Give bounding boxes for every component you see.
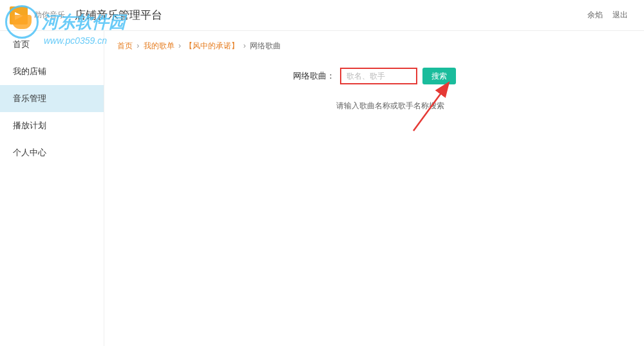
hint-text: 请输入歌曲名称或歌手名称搜索: [149, 101, 631, 111]
sidebar-item-label: 音乐管理: [13, 93, 46, 103]
container: 首页 我的店铺 音乐管理 播放计划 个人中心 首页 › 我的歌单 › 【风中的承…: [0, 31, 644, 346]
breadcrumb-album[interactable]: 【风中的承诺】: [185, 41, 239, 50]
search-button[interactable]: 搜索: [422, 68, 456, 84]
sidebar-item-label: 首页: [13, 39, 30, 49]
logo-icon: ▶: [10, 6, 28, 24]
breadcrumb-home[interactable]: 首页: [117, 41, 133, 50]
search-input[interactable]: [340, 68, 417, 84]
breadcrumb-separator: ›: [137, 41, 139, 50]
header: ▶ 助你音乐 店铺音乐管理平台 余焰 退出: [0, 0, 644, 31]
search-section: 网络歌曲： 搜索: [117, 68, 631, 84]
user-name[interactable]: 余焰: [587, 10, 603, 21]
main-content: 首页 › 我的歌单 › 【风中的承诺】 › 网络歌曲 网络歌曲： 搜索 请输入歌…: [104, 31, 644, 346]
search-label: 网络歌曲：: [293, 70, 335, 82]
sidebar-item-schedule[interactable]: 播放计划: [0, 112, 104, 139]
brand-text: 助你音乐: [34, 10, 65, 21]
sidebar-item-label: 播放计划: [13, 120, 46, 130]
sidebar-item-label: 个人中心: [13, 148, 46, 157]
logout-link[interactable]: 退出: [612, 10, 628, 21]
breadcrumb-separator: ›: [178, 41, 181, 50]
sidebar-item-home[interactable]: 首页: [0, 31, 104, 58]
header-left: ▶ 助你音乐 店铺音乐管理平台: [10, 6, 162, 24]
sidebar-item-music[interactable]: 音乐管理: [0, 85, 104, 112]
sidebar-item-label: 我的店铺: [13, 66, 46, 76]
sidebar: 首页 我的店铺 音乐管理 播放计划 个人中心: [0, 31, 104, 346]
breadcrumb-playlist[interactable]: 我的歌单: [144, 41, 175, 50]
app-title: 店铺音乐管理平台: [75, 8, 162, 23]
breadcrumb-separator: ›: [243, 41, 246, 50]
sidebar-item-stores[interactable]: 我的店铺: [0, 58, 104, 85]
breadcrumb: 首页 › 我的歌单 › 【风中的承诺】 › 网络歌曲: [117, 41, 631, 52]
breadcrumb-current: 网络歌曲: [250, 41, 281, 50]
header-right: 余焰 退出: [587, 10, 628, 21]
sidebar-item-profile[interactable]: 个人中心: [0, 139, 104, 166]
